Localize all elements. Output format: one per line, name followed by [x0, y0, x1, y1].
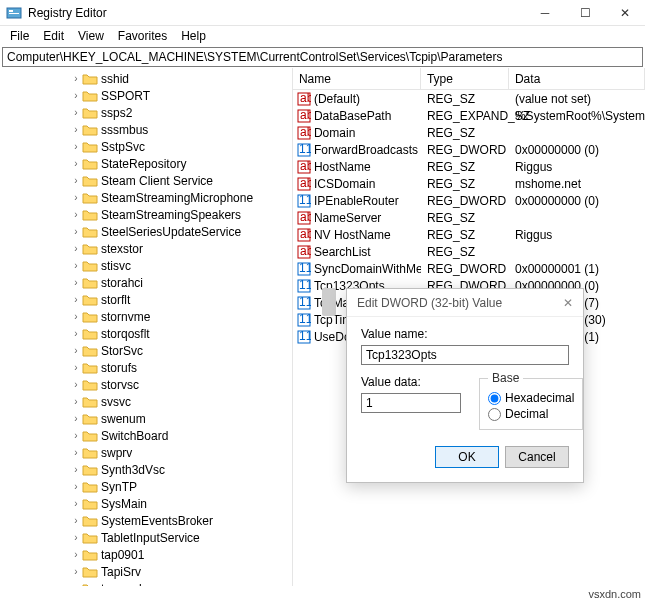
expander-icon[interactable]: ›	[70, 192, 82, 203]
expander-icon[interactable]: ›	[70, 379, 82, 390]
list-row[interactable]: 110ForwardBroadcastsREG_DWORD0x00000000 …	[293, 141, 645, 158]
maximize-button[interactable]: ☐	[565, 0, 605, 26]
tree-pane[interactable]: ›sshid›SSPORT›ssps2›sssmbus›SstpSvc›Stat…	[0, 68, 293, 586]
expander-icon[interactable]: ›	[70, 549, 82, 560]
tree-item[interactable]: ›Synth3dVsc	[0, 461, 292, 478]
expander-icon[interactable]: ›	[70, 243, 82, 254]
tree-item[interactable]: ›StorSvc	[0, 342, 292, 359]
menu-edit[interactable]: Edit	[37, 27, 70, 45]
expander-icon[interactable]: ›	[70, 311, 82, 322]
expander-icon[interactable]: ›	[70, 90, 82, 101]
list-row[interactable]: abNV HostNameREG_SZRiggus	[293, 226, 645, 243]
tree-item[interactable]: ›SwitchBoard	[0, 427, 292, 444]
tree-item[interactable]: ›tapnordvpn	[0, 580, 292, 586]
tree-item[interactable]: ›SteamStreamingSpeakers	[0, 206, 292, 223]
tree-item[interactable]: ›SysMain	[0, 495, 292, 512]
expander-icon[interactable]: ›	[70, 345, 82, 356]
list-row[interactable]: ab(Default)REG_SZ(value not set)	[293, 90, 645, 107]
expander-icon[interactable]: ›	[70, 396, 82, 407]
tree-item[interactable]: ›storqosflt	[0, 325, 292, 342]
menu-file[interactable]: File	[4, 27, 35, 45]
tree-item[interactable]: ›storvsc	[0, 376, 292, 393]
tree-item[interactable]: ›TapiSrv	[0, 563, 292, 580]
expander-icon[interactable]: ›	[70, 447, 82, 458]
tree-item[interactable]: ›SSPORT	[0, 87, 292, 104]
list-row[interactable]: 110IPEnableRouterREG_DWORD0x00000000 (0)	[293, 192, 645, 209]
expander-icon[interactable]: ›	[70, 158, 82, 169]
tree-item[interactable]: ›SteelSeriesUpdateService	[0, 223, 292, 240]
cancel-button[interactable]: Cancel	[505, 446, 569, 468]
tree-item[interactable]: ›SystemEventsBroker	[0, 512, 292, 529]
expander-icon[interactable]: ›	[70, 328, 82, 339]
expander-icon[interactable]: ›	[70, 566, 82, 577]
tree-item[interactable]: ›SteamStreamingMicrophone	[0, 189, 292, 206]
expander-icon[interactable]: ›	[70, 124, 82, 135]
expander-icon[interactable]: ›	[70, 294, 82, 305]
menu-view[interactable]: View	[72, 27, 110, 45]
tree-item[interactable]: ›Steam Client Service	[0, 172, 292, 189]
minimize-button[interactable]: ─	[525, 0, 565, 26]
tree-item[interactable]: ›sshid	[0, 70, 292, 87]
column-name[interactable]: Name	[293, 68, 421, 89]
list-row[interactable]: abSearchListREG_SZ	[293, 243, 645, 260]
expander-icon[interactable]: ›	[70, 260, 82, 271]
radio-dec[interactable]	[488, 408, 501, 421]
tree-item[interactable]: ›storflt	[0, 291, 292, 308]
expander-icon[interactable]: ›	[70, 481, 82, 492]
tree-item[interactable]: ›tap0901	[0, 546, 292, 563]
tree-item[interactable]: ›ssps2	[0, 104, 292, 121]
tree-item[interactable]: ›stisvc	[0, 257, 292, 274]
tree-item[interactable]: ›stexstor	[0, 240, 292, 257]
value-data-input[interactable]	[361, 393, 461, 413]
tree-item[interactable]: ›sssmbus	[0, 121, 292, 138]
ok-button[interactable]: OK	[435, 446, 499, 468]
dialog-close-button[interactable]: ✕	[553, 296, 573, 310]
expander-icon[interactable]: ›	[70, 209, 82, 220]
expander-icon[interactable]: ›	[70, 226, 82, 237]
value-name: NV HostName	[314, 228, 391, 242]
expander-icon[interactable]: ›	[70, 532, 82, 543]
column-type[interactable]: Type	[421, 68, 509, 89]
list-row[interactable]: abNameServerREG_SZ	[293, 209, 645, 226]
scrollbar-thumb[interactable]	[322, 288, 336, 316]
tree-item[interactable]: ›svsvc	[0, 393, 292, 410]
expander-icon[interactable]: ›	[70, 277, 82, 288]
tree-item[interactable]: ›StateRepository	[0, 155, 292, 172]
folder-icon	[82, 191, 98, 205]
address-bar[interactable]: Computer\HKEY_LOCAL_MACHINE\SYSTEM\Curre…	[2, 47, 643, 67]
expander-icon[interactable]: ›	[70, 141, 82, 152]
expander-icon[interactable]: ›	[70, 362, 82, 373]
expander-icon[interactable]: ›	[70, 175, 82, 186]
menu-help[interactable]: Help	[175, 27, 212, 45]
tree-item-label: stornvme	[101, 310, 150, 324]
tree-item[interactable]: ›stornvme	[0, 308, 292, 325]
list-row[interactable]: abDataBasePathREG_EXPAND_SZ%SystemRoot%\…	[293, 107, 645, 124]
expander-icon[interactable]: ›	[70, 583, 82, 586]
expander-icon[interactable]: ›	[70, 498, 82, 509]
tree-item[interactable]: ›TabletInputService	[0, 529, 292, 546]
value-name-input[interactable]	[361, 345, 569, 365]
expander-icon[interactable]: ›	[70, 73, 82, 84]
expander-icon[interactable]: ›	[70, 413, 82, 424]
list-row[interactable]: 110SyncDomainWithMembersh...REG_DWORD0x0…	[293, 260, 645, 277]
tree-item[interactable]: ›SynTP	[0, 478, 292, 495]
tree-item[interactable]: ›swprv	[0, 444, 292, 461]
list-row[interactable]: abICSDomainREG_SZmshome.net	[293, 175, 645, 192]
column-data[interactable]: Data	[509, 68, 645, 89]
tree-item[interactable]: ›storufs	[0, 359, 292, 376]
expander-icon[interactable]: ›	[70, 107, 82, 118]
dialog-titlebar[interactable]: Edit DWORD (32-bit) Value ✕	[347, 289, 583, 317]
expander-icon[interactable]: ›	[70, 430, 82, 441]
value-icon: 110	[297, 313, 311, 327]
tree-item[interactable]: ›SstpSvc	[0, 138, 292, 155]
list-row[interactable]: abHostNameREG_SZRiggus	[293, 158, 645, 175]
tree-item[interactable]: ›swenum	[0, 410, 292, 427]
list-row[interactable]: abDomainREG_SZ	[293, 124, 645, 141]
value-data: (value not set)	[509, 92, 645, 106]
tree-item[interactable]: ›storahci	[0, 274, 292, 291]
radio-hex[interactable]	[488, 392, 501, 405]
close-button[interactable]: ✕	[605, 0, 645, 26]
expander-icon[interactable]: ›	[70, 515, 82, 526]
expander-icon[interactable]: ›	[70, 464, 82, 475]
menu-favorites[interactable]: Favorites	[112, 27, 173, 45]
